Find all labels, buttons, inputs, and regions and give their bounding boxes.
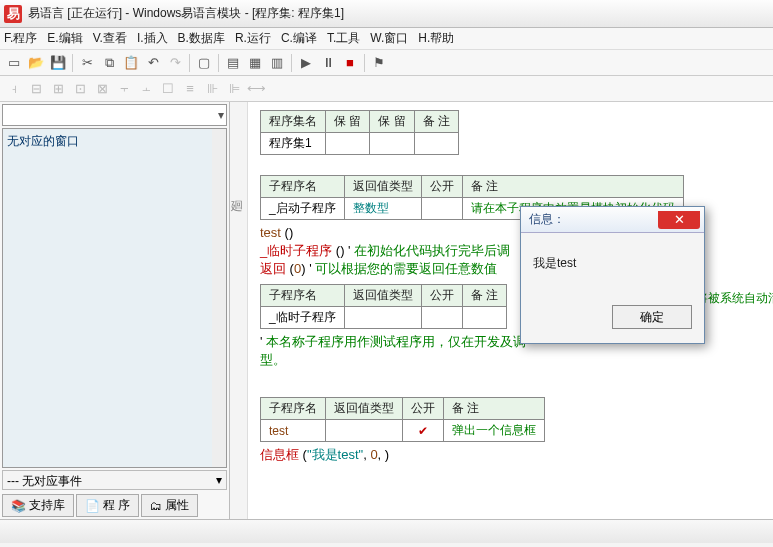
tab-program[interactable]: 📄程 序 [76, 494, 139, 517]
layout2-icon[interactable]: ▦ [245, 53, 265, 73]
td[interactable] [344, 307, 421, 329]
message-box: 信息： ✕ 我是test 确定 [520, 206, 705, 344]
menu-program[interactable]: F.程序 [4, 30, 37, 47]
tab-properties[interactable]: 🗂属性 [141, 494, 198, 517]
th: 程序集名 [261, 111, 326, 133]
run-icon[interactable]: ▶ [296, 53, 316, 73]
redo-icon: ↷ [165, 53, 185, 73]
td[interactable] [370, 133, 414, 155]
menu-insert[interactable]: I.插入 [137, 30, 168, 47]
chevron-down-icon: ▾ [218, 108, 224, 122]
paste-icon[interactable]: 📋 [121, 53, 141, 73]
splitter-marker[interactable]: 廻 [231, 198, 243, 215]
th: 备 注 [414, 111, 458, 133]
window-title: 易语言 [正在运行] - Windows易语言模块 - [程序集: 程序集1] [28, 5, 344, 22]
left-panel: ▾ 无对应的窗口 --- 无对应事件 ▾ 📚支持库 📄程 序 🗂属性 [0, 102, 230, 519]
td[interactable] [421, 307, 462, 329]
window-icon[interactable]: ▢ [194, 53, 214, 73]
td[interactable] [326, 420, 403, 442]
code-line[interactable]: 信息框 ("我是test", 0, ) [260, 446, 763, 464]
td[interactable] [462, 307, 506, 329]
undo-icon[interactable]: ↶ [143, 53, 163, 73]
public-check[interactable]: ✔ [403, 420, 444, 442]
menu-run[interactable]: R.运行 [235, 30, 271, 47]
separator [189, 54, 190, 72]
menu-help[interactable]: H.帮助 [418, 30, 454, 47]
cut-icon[interactable]: ✂ [77, 53, 97, 73]
separator [72, 54, 73, 72]
separator [218, 54, 219, 72]
object-dropdown[interactable]: ▾ [2, 104, 227, 126]
card-icon: 🗂 [150, 499, 162, 513]
flag-icon[interactable]: ⚑ [369, 53, 389, 73]
stop-icon[interactable]: ■ [340, 53, 360, 73]
align-icon: ☐ [158, 79, 178, 99]
chevron-down-icon: ▾ [216, 473, 222, 487]
no-window-label: 无对应的窗口 [7, 134, 79, 148]
menu-view[interactable]: V.查看 [93, 30, 127, 47]
toolbar-main: ▭ 📂 💾 ✂ ⧉ 📋 ↶ ↷ ▢ ▤ ▦ ▥ ▶ ⏸ ■ ⚑ [0, 50, 773, 76]
th: 公开 [403, 398, 444, 420]
menu-compile[interactable]: C.编译 [281, 30, 317, 47]
doc-icon: 📄 [85, 499, 100, 513]
td[interactable]: 程序集1 [261, 133, 326, 155]
th: 子程序名 [261, 176, 345, 198]
ok-button[interactable]: 确定 [612, 305, 692, 329]
menu-bar: F.程序 E.编辑 V.查看 I.插入 B.数据库 R.运行 C.编译 T.工具… [0, 28, 773, 50]
toolbar-align: ⫞ ⊟ ⊞ ⊡ ⊠ ⫟ ⫠ ☐ ≡ ⊪ ⊫ ⟷ [0, 76, 773, 102]
td[interactable] [414, 133, 458, 155]
close-button[interactable]: ✕ [658, 211, 700, 229]
copy-icon[interactable]: ⧉ [99, 53, 119, 73]
scrollbar[interactable] [212, 129, 226, 467]
left-tabs: 📚支持库 📄程 序 🗂属性 [0, 492, 229, 519]
menu-edit[interactable]: E.编辑 [47, 30, 82, 47]
sub-table-3: 子程序名返回值类型公开备 注 test✔弹出一个信息框 [260, 397, 545, 442]
dialog-footer: 确定 [521, 297, 704, 343]
td[interactable]: _临时子程序 [261, 307, 345, 329]
layout-icon[interactable]: ▤ [223, 53, 243, 73]
td[interactable]: _启动子程序 [261, 198, 345, 220]
layout3-icon[interactable]: ▥ [267, 53, 287, 73]
align-icon: ⊫ [224, 79, 244, 99]
event-dropdown[interactable]: --- 无对应事件 ▾ [2, 470, 227, 490]
th: 子程序名 [261, 285, 345, 307]
pause-icon[interactable]: ⏸ [318, 53, 338, 73]
td[interactable] [421, 198, 462, 220]
book-icon: 📚 [11, 499, 26, 513]
assembly-table: 程序集名保 留保 留备 注 程序集1 [260, 110, 459, 155]
th: 备 注 [462, 285, 506, 307]
th: 子程序名 [261, 398, 326, 420]
td[interactable]: test [261, 420, 326, 442]
gutter [230, 102, 248, 519]
align-icon: ⊡ [70, 79, 90, 99]
th: 备 注 [462, 176, 683, 198]
td[interactable]: 整数型 [344, 198, 421, 220]
td[interactable] [326, 133, 370, 155]
align-icon: ⫟ [114, 79, 134, 99]
menu-tools[interactable]: T.工具 [327, 30, 360, 47]
tab-support-lib[interactable]: 📚支持库 [2, 494, 74, 517]
th: 公开 [421, 176, 462, 198]
menu-window[interactable]: W.窗口 [370, 30, 408, 47]
dialog-body: 我是test [521, 233, 704, 297]
menu-database[interactable]: B.数据库 [178, 30, 225, 47]
save-icon[interactable]: 💾 [48, 53, 68, 73]
sub-table-2: 子程序名返回值类型公开备 注 _临时子程序 [260, 284, 507, 329]
align-icon: ⫠ [136, 79, 156, 99]
align-icon: ≡ [180, 79, 200, 99]
new-icon[interactable]: ▭ [4, 53, 24, 73]
align-icon: ⊟ [26, 79, 46, 99]
th: 保 留 [370, 111, 414, 133]
th: 返回值类型 [326, 398, 403, 420]
th: 返回值类型 [344, 176, 421, 198]
align-icon: ⊞ [48, 79, 68, 99]
dialog-titlebar[interactable]: 信息： ✕ [521, 207, 704, 233]
th: 公开 [421, 285, 462, 307]
design-surface[interactable]: 无对应的窗口 [2, 128, 227, 468]
code-line[interactable]: 型。 [260, 351, 763, 369]
td[interactable]: 弹出一个信息框 [444, 420, 545, 442]
th: 返回值类型 [344, 285, 421, 307]
dialog-title: 信息： [529, 211, 565, 228]
open-icon[interactable]: 📂 [26, 53, 46, 73]
th: 保 留 [326, 111, 370, 133]
